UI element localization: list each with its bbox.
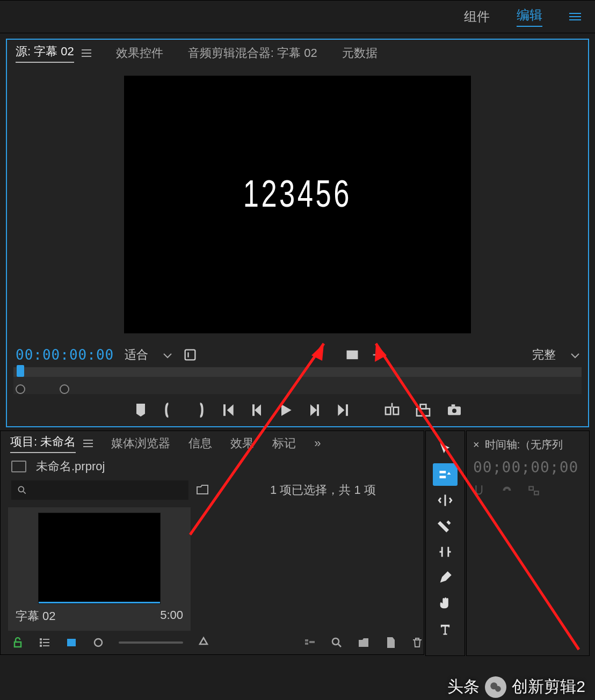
source-timeline-ruler[interactable] [13, 367, 582, 394]
view-mode-icon[interactable] [345, 347, 360, 362]
trash-button[interactable] [411, 636, 424, 649]
svg-point-22 [332, 638, 339, 645]
workspace-bar: 组件 编辑 [0, 0, 595, 33]
svg-rect-14 [43, 639, 49, 640]
track-select-tool[interactable] [433, 463, 458, 486]
lock-icon[interactable] [11, 636, 24, 649]
clip-item[interactable]: 字幕 02 5:00 [8, 507, 191, 631]
tab-info[interactable]: 信息 [188, 435, 212, 451]
svg-rect-20 [305, 643, 308, 645]
source-panel-tabs: 源: 字幕 02 效果控件 音频剪辑混合器: 字幕 02 元数据 [7, 40, 588, 67]
new-item-button[interactable] [384, 636, 397, 649]
svg-rect-4 [417, 409, 430, 415]
timeline-panel: × 时间轴:（无序列 00;00;00;00 [466, 431, 590, 656]
svg-rect-16 [43, 645, 49, 646]
clip-duration: 5:00 [160, 608, 183, 624]
go-to-out-button[interactable] [335, 402, 352, 419]
hamburger-icon[interactable] [569, 13, 581, 20]
insert-button[interactable] [383, 402, 401, 419]
video-frame: 123456 [124, 76, 471, 333]
icon-view-button[interactable] [65, 636, 78, 649]
safe-margins-icon[interactable] [371, 347, 386, 362]
hamburger-icon[interactable] [82, 49, 91, 57]
project-filename: 未命名.prproj [36, 458, 105, 475]
ripple-edit-tool[interactable] [433, 489, 458, 512]
resolution-select[interactable]: 完整 [532, 347, 579, 363]
tab-effects[interactable]: 效果 [230, 435, 254, 451]
play-button[interactable] [277, 402, 294, 419]
link-icon[interactable] [500, 484, 514, 498]
mark-in-button[interactable] [161, 402, 178, 419]
selection-tool[interactable] [433, 438, 458, 460]
tab-source[interactable]: 源: 字幕 02 [16, 43, 91, 63]
svg-rect-2 [386, 407, 390, 414]
title-text-content: 123456 [243, 172, 352, 215]
settings-button[interactable] [183, 347, 198, 362]
tab-markers[interactable]: 标记 [272, 435, 296, 451]
new-bin-button[interactable] [357, 636, 370, 649]
chevron-down-icon [163, 348, 172, 362]
timeline-toolbar [473, 484, 585, 498]
snap-icon[interactable] [473, 484, 487, 498]
tab-media-browser[interactable]: 媒体浏览器 [111, 435, 170, 451]
razor-tool[interactable] [433, 515, 458, 537]
step-forward-button[interactable] [306, 402, 323, 419]
project-footer [1, 631, 424, 654]
svg-rect-19 [305, 639, 308, 641]
source-timecode[interactable]: 00:00:00:00 [16, 347, 114, 363]
workspace-tab-edit[interactable]: 编辑 [517, 6, 542, 27]
tab-project[interactable]: 项目: 未命名 [10, 434, 93, 453]
svg-rect-26 [534, 491, 539, 495]
overwrite-button[interactable] [415, 402, 432, 419]
tab-overflow[interactable]: » [314, 436, 321, 450]
tab-effect-controls[interactable]: 效果控件 [116, 45, 163, 61]
tab-audio-clip-mixer[interactable]: 音频剪辑混合器: 字幕 02 [188, 45, 317, 61]
source-preview[interactable]: 123456 [7, 67, 588, 342]
project-name-row: 未命名.prproj [1, 456, 424, 477]
tab-project-label: 项目: 未命名 [10, 434, 76, 453]
step-back-button[interactable] [248, 402, 265, 419]
zoom-scrollbar[interactable] [16, 385, 69, 393]
tab-source-label: 源: 字幕 02 [16, 43, 74, 63]
svg-rect-24 [440, 476, 446, 478]
search-input[interactable] [11, 480, 188, 500]
svg-rect-15 [43, 642, 49, 643]
transport-bar [7, 394, 588, 426]
bin-icon[interactable] [196, 483, 209, 497]
wechat-icon [485, 676, 506, 698]
close-icon[interactable]: × [473, 439, 480, 451]
type-tool[interactable] [433, 618, 458, 640]
workspace-tab-assembly[interactable]: 组件 [464, 8, 490, 25]
source-monitor-panel: 源: 字幕 02 效果控件 音频剪辑混合器: 字幕 02 元数据 123456 … [6, 39, 589, 427]
source-controls-row: 00:00:00:00 适合 完整 [7, 342, 588, 367]
go-to-in-button[interactable] [219, 402, 236, 419]
svg-rect-11 [40, 638, 42, 640]
pen-tool[interactable] [433, 566, 458, 589]
zoom-slider[interactable] [119, 641, 183, 644]
mark-out-button[interactable] [190, 402, 207, 419]
project-search-row: 1 项已选择，共 1 项 [1, 477, 424, 503]
playhead-icon[interactable] [17, 365, 24, 377]
clip-thumbnail [38, 513, 161, 604]
marker-settings-icon[interactable] [527, 484, 541, 498]
hamburger-icon[interactable] [83, 440, 93, 447]
list-view-button[interactable] [38, 636, 51, 649]
export-frame-button[interactable] [446, 402, 463, 419]
svg-point-9 [18, 486, 24, 492]
project-bins-area[interactable]: 字幕 02 5:00 [1, 503, 424, 631]
timeline-timecode[interactable]: 00;00;00;00 [473, 458, 585, 476]
marker-button[interactable] [132, 402, 149, 419]
automate-to-sequence-icon[interactable] [303, 636, 316, 649]
slip-tool[interactable] [433, 541, 458, 563]
svg-point-32 [495, 686, 501, 691]
zoom-select[interactable]: 适合 [125, 347, 172, 363]
sort-icon[interactable] [197, 636, 210, 649]
freeform-view-button[interactable] [92, 636, 105, 649]
svg-rect-25 [529, 486, 533, 490]
watermark-text-1: 头条 [447, 676, 480, 698]
project-panel: 项目: 未命名 媒体浏览器 信息 效果 标记 » 未命名.prproj 1 项已… [0, 431, 424, 655]
project-icon [11, 461, 26, 472]
find-button[interactable] [330, 636, 343, 649]
hand-tool[interactable] [433, 592, 458, 615]
tab-metadata[interactable]: 元数据 [342, 45, 378, 61]
